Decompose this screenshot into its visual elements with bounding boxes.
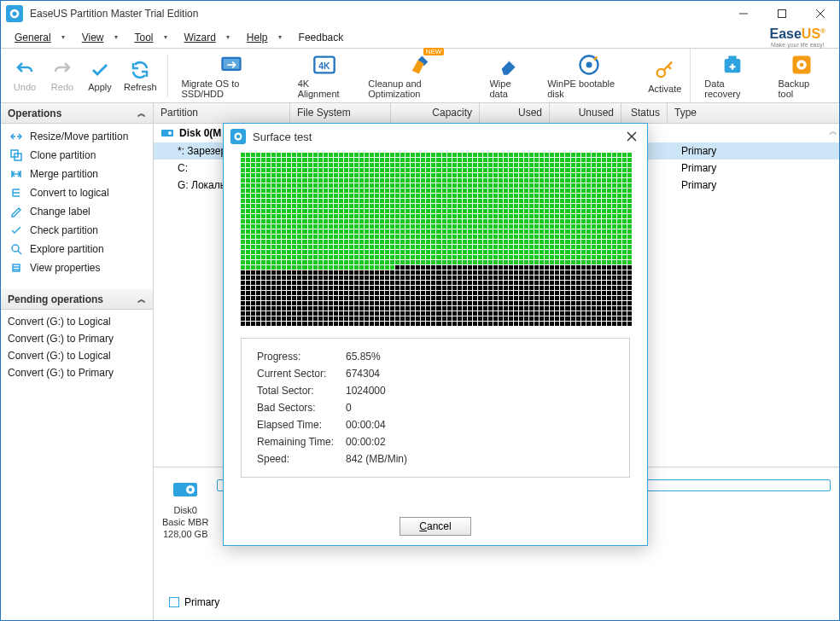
4k-alignment-button[interactable]: 4K 4K Alignment xyxy=(289,51,360,101)
operation-label: Merge partition xyxy=(30,168,98,180)
activate-button[interactable]: Activate xyxy=(639,51,690,101)
operation-label: Clone partition xyxy=(30,149,96,161)
menu-help[interactable]: Help xyxy=(242,30,273,45)
recovery-icon xyxy=(720,53,744,77)
operation-label: Check partition xyxy=(30,224,98,236)
col-status[interactable]: Status xyxy=(621,103,668,123)
undo-icon xyxy=(15,60,35,80)
operation-item[interactable]: Convert to logical xyxy=(1,183,153,202)
operation-label: Explore partition xyxy=(30,243,104,255)
chevron-down-icon: ▾ xyxy=(278,33,282,41)
migrate-icon xyxy=(219,53,243,77)
remaining-time-label: Remaining Time: xyxy=(257,436,346,448)
disk-scheme: Basic MBR xyxy=(162,517,208,527)
operation-item[interactable]: Resize/Move partition xyxy=(1,127,153,146)
svg-point-25 xyxy=(189,488,192,491)
svg-rect-7 xyxy=(223,59,239,69)
pending-item[interactable]: Convert (G:) to Primary xyxy=(1,364,153,381)
cleanup-button[interactable]: NEW Cleanup and Optimization xyxy=(359,51,481,101)
stats-box: Progress:65.85% Current Sector:674304 To… xyxy=(241,338,630,478)
menu-items: General▾ View▾ Tool▾ Wizard▾ Help▾ Feedb… xyxy=(9,30,348,45)
operations-header[interactable]: Operations ︽ xyxy=(1,103,153,124)
maximize-button[interactable] xyxy=(762,1,801,26)
apply-button[interactable]: Apply xyxy=(81,51,119,101)
backup-tool-button[interactable]: Backup tool xyxy=(769,51,834,101)
col-partition[interactable]: Partition xyxy=(154,103,290,123)
app-window: EaseUS Partition Master Trial Edition Ge… xyxy=(0,0,840,621)
broom-icon xyxy=(408,53,432,77)
pending-item[interactable]: Convert (G:) to Logical xyxy=(1,313,153,330)
pending-header[interactable]: Pending operations ︽ xyxy=(1,289,153,310)
col-unused[interactable]: Unused xyxy=(550,103,621,123)
pending-item[interactable]: Convert (G:) to Primary xyxy=(1,330,153,347)
operation-label: Change label xyxy=(30,206,90,218)
dialog-close-button[interactable] xyxy=(623,128,640,145)
operation-item[interactable]: Clone partition xyxy=(1,146,153,165)
svg-text:4K: 4K xyxy=(318,60,330,70)
col-used[interactable]: Used xyxy=(480,103,550,123)
dialog-footer: Cancel xyxy=(224,508,647,545)
speed-value: 842 (MB/Min) xyxy=(346,453,407,465)
redo-button[interactable]: Redo xyxy=(44,51,81,101)
chevron-down-icon: ▾ xyxy=(114,33,118,41)
col-capacity[interactable]: Capacity xyxy=(391,103,480,123)
svg-point-11 xyxy=(586,61,592,67)
minimize-button[interactable] xyxy=(724,1,762,26)
menu-tool[interactable]: Tool xyxy=(130,30,159,45)
col-type[interactable]: Type xyxy=(668,103,839,123)
menubar: General▾ View▾ Tool▾ Wizard▾ Help▾ Feedb… xyxy=(1,26,839,49)
operation-item[interactable]: Change label xyxy=(1,202,153,221)
operation-label: Resize/Move partition xyxy=(30,131,128,142)
pending-item[interactable]: Convert (G:) to Logical xyxy=(1,347,153,364)
elapsed-time-label: Elapsed Time: xyxy=(257,419,346,431)
refresh-icon xyxy=(130,60,150,80)
checkmark-icon xyxy=(90,60,110,80)
brand-logo: EaseUS® Make your life easy! xyxy=(769,26,825,48)
scroll-up-icon[interactable]: ︽ xyxy=(829,125,837,137)
redo-icon xyxy=(52,60,73,80)
operation-icon xyxy=(9,242,23,256)
menu-wizard[interactable]: Wizard xyxy=(179,30,221,45)
operation-item[interactable]: Check partition xyxy=(1,221,153,240)
app-icon xyxy=(6,5,23,22)
operation-item[interactable]: Merge partition xyxy=(1,165,153,183)
svg-rect-3 xyxy=(778,10,785,18)
backup-icon xyxy=(790,53,814,77)
sidebar: Operations ︽ Resize/Move partitionClone … xyxy=(1,103,154,620)
undo-button[interactable]: Undo xyxy=(6,51,44,101)
disk-icon xyxy=(172,476,199,503)
chevron-down-icon: ▾ xyxy=(164,33,167,41)
svg-rect-14 xyxy=(729,55,737,60)
disk-info: Disk0 Basic MBR 128,00 GB xyxy=(162,476,208,539)
bad-sectors-value: 0 xyxy=(346,402,352,414)
close-button[interactable] xyxy=(801,1,839,26)
cancel-button[interactable]: Cancel xyxy=(400,517,470,536)
operation-item[interactable]: Explore partition xyxy=(1,240,153,258)
svg-point-1 xyxy=(12,11,16,15)
refresh-button[interactable]: Refresh xyxy=(119,51,162,101)
col-filesystem[interactable]: File System xyxy=(290,103,391,123)
menu-view[interactable]: View xyxy=(77,30,109,45)
surface-test-dialog: Surface test Progress:65.85% Current Sec… xyxy=(223,123,648,546)
menu-general[interactable]: General xyxy=(9,30,56,45)
chevron-down-icon: ▾ xyxy=(226,33,230,41)
current-sector-label: Current Sector: xyxy=(257,368,346,380)
eraser-icon xyxy=(498,53,522,77)
winpe-button[interactable]: WinPE bootable disk xyxy=(539,51,639,101)
window-controls xyxy=(724,1,839,26)
chevron-down-icon: ▾ xyxy=(61,33,65,41)
wipe-data-button[interactable]: Wipe data xyxy=(481,51,539,101)
app-title: EaseUS Partition Master Trial Edition xyxy=(30,8,724,20)
progress-value: 65.85% xyxy=(346,351,381,363)
svg-point-17 xyxy=(800,62,804,67)
menu-feedback[interactable]: Feedback xyxy=(294,30,349,45)
operation-icon xyxy=(9,167,23,181)
operation-icon xyxy=(9,186,23,200)
migrate-os-button[interactable]: Migrate OS to SSD/HDD xyxy=(173,51,289,101)
operation-label: View properties xyxy=(30,262,101,274)
progress-label: Progress: xyxy=(257,351,346,363)
legend: Primary xyxy=(162,593,831,612)
data-recovery-button[interactable]: Data recovery xyxy=(696,51,769,101)
collapse-icon: ︽ xyxy=(137,107,146,119)
operation-item[interactable]: View properties xyxy=(1,258,153,277)
